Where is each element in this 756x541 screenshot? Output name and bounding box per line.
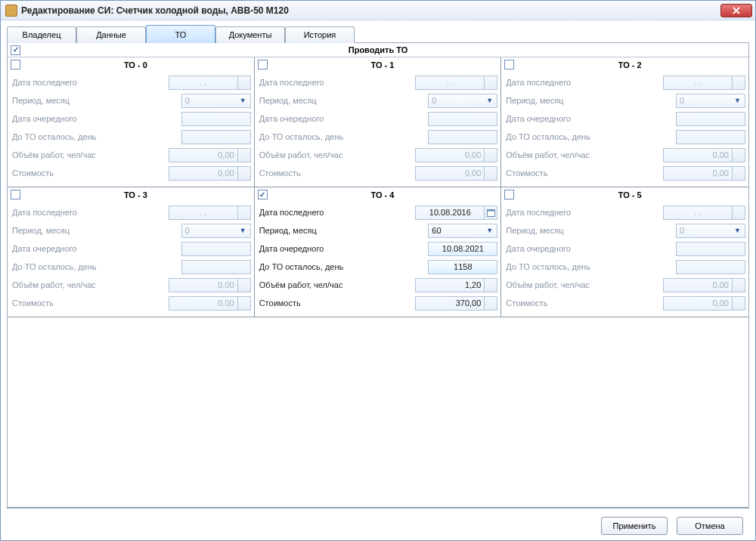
days-left-field — [428, 130, 497, 144]
last-date-field[interactable]: . . — [663, 206, 733, 220]
last-date-field[interactable]: . . — [169, 206, 238, 220]
volume-button[interactable] — [485, 148, 497, 162]
next-date-field — [428, 112, 497, 126]
panel: ✓ Проводить ТО ТО - 0Дата последнего . .… — [7, 42, 749, 509]
label-next-date: Дата очередного — [506, 114, 676, 123]
cost-button[interactable] — [238, 296, 251, 311]
cost-button[interactable] — [485, 166, 497, 181]
cost-field[interactable]: 0,00 — [415, 166, 485, 181]
label-next-date: Дата очередного — [259, 244, 429, 253]
label-next-date: Дата очередного — [12, 244, 181, 253]
date-picker-button[interactable] — [485, 76, 497, 90]
block-head: ТО - 5 — [501, 187, 748, 202]
label-period: Период, месяц — [259, 226, 429, 235]
volume-button[interactable] — [238, 148, 251, 162]
period-select[interactable]: 0▼ — [428, 94, 497, 108]
volume-field[interactable]: 0,00 — [663, 278, 733, 292]
block-head: ТО - 3 — [8, 187, 254, 202]
date-picker-button[interactable] — [733, 206, 745, 220]
block-checkbox[interactable] — [504, 60, 514, 70]
tab-to[interactable]: ТО — [146, 25, 215, 43]
label-volume: Объём работ, чел/час — [506, 280, 663, 289]
apply-button[interactable]: Применить — [601, 517, 668, 535]
block-checkbox[interactable] — [504, 190, 514, 199]
cost-field[interactable]: 0,00 — [169, 296, 238, 311]
block-checkbox[interactable] — [11, 190, 20, 199]
enable-checkbox[interactable]: ✓ — [11, 45, 20, 55]
period-select[interactable]: 0▼ — [181, 224, 251, 238]
volume-field[interactable]: 0,00 — [415, 148, 485, 162]
tab-data[interactable]: Данные — [76, 26, 146, 43]
period-select[interactable]: 60▼ — [428, 224, 497, 238]
volume-field[interactable]: 1,20 — [415, 278, 485, 292]
volume-button[interactable] — [485, 278, 497, 292]
block-head: ✓ТО - 4 — [255, 187, 501, 202]
last-date-field[interactable]: . . — [169, 76, 238, 90]
label-period: Период, месяц — [12, 226, 181, 235]
enable-row: ✓ Проводить ТО — [8, 43, 748, 57]
close-button[interactable] — [720, 4, 752, 17]
label-period: Период, месяц — [259, 96, 429, 105]
date-picker-button[interactable] — [238, 206, 251, 220]
days-left-field: 1158 — [428, 260, 497, 274]
block-title: ТО - 2 — [514, 60, 745, 70]
cost-button[interactable] — [485, 296, 497, 311]
label-cost: Стоимость — [259, 168, 416, 178]
date-picker-button[interactable] — [733, 76, 745, 90]
cost-button[interactable] — [733, 296, 745, 311]
last-date-field[interactable]: . . — [415, 76, 485, 90]
blocks-grid: ТО - 0Дата последнего . . Период, месяц0… — [8, 57, 748, 317]
label-last-date: Дата последнего — [12, 208, 169, 217]
volume-button[interactable] — [733, 148, 745, 162]
block-title: ТО - 4 — [268, 190, 498, 199]
label-cost: Стоимость — [12, 168, 169, 178]
cost-field[interactable]: 0,00 — [663, 296, 733, 311]
tab-history[interactable]: История — [285, 26, 355, 43]
date-picker-button[interactable] — [485, 206, 497, 220]
block-checkbox[interactable] — [258, 60, 268, 70]
label-volume: Объём работ, чел/час — [259, 150, 416, 159]
label-next-date: Дата очередного — [259, 114, 429, 123]
cost-field[interactable]: 0,00 — [169, 166, 238, 181]
days-left-field — [181, 260, 251, 274]
window-title: Редактирование СИ: Счетчик холодной воды… — [21, 5, 289, 16]
last-date-field[interactable]: 10.08.2016 — [415, 206, 485, 220]
dropdown-icon: ▼ — [237, 227, 249, 234]
label-next-date: Дата очередного — [506, 244, 676, 253]
label-days-left: До ТО осталось, день — [12, 132, 181, 141]
volume-field[interactable]: 0,00 — [663, 148, 733, 162]
volume-button[interactable] — [238, 278, 251, 292]
cancel-button[interactable]: Отмена — [677, 517, 743, 535]
cost-button[interactable] — [238, 166, 251, 181]
volume-field[interactable]: 0,00 — [169, 278, 238, 292]
volume-field[interactable]: 0,00 — [169, 148, 238, 162]
date-picker-button[interactable] — [238, 76, 251, 90]
block-4: ✓ТО - 4Дата последнего10.08.2016Период, … — [255, 187, 502, 317]
block-checkbox[interactable] — [11, 60, 20, 70]
next-date-field: 10.08.2021 — [428, 242, 497, 256]
content-area: Владелец Данные ТО Документы История ✓ П… — [1, 20, 755, 512]
label-next-date: Дата очередного — [12, 114, 181, 123]
block-head: ТО - 1 — [255, 57, 501, 72]
tab-owner[interactable]: Владелец — [7, 26, 76, 43]
block-checkbox[interactable]: ✓ — [258, 190, 268, 199]
period-select[interactable]: 0▼ — [676, 94, 745, 108]
cost-button[interactable] — [733, 166, 745, 181]
last-date-field[interactable]: . . — [663, 76, 733, 90]
cost-field[interactable]: 370,00 — [415, 296, 485, 311]
block-title: ТО - 0 — [20, 60, 251, 70]
svg-rect-1 — [487, 209, 494, 211]
label-cost: Стоимость — [259, 298, 416, 308]
tab-docs[interactable]: Документы — [215, 26, 285, 43]
period-select[interactable]: 0▼ — [676, 224, 745, 238]
label-last-date: Дата последнего — [12, 78, 169, 87]
period-select[interactable]: 0▼ — [181, 94, 251, 108]
label-last-date: Дата последнего — [259, 208, 416, 217]
cost-field[interactable]: 0,00 — [663, 166, 733, 181]
block-title: ТО - 1 — [268, 60, 498, 70]
dropdown-icon: ▼ — [484, 227, 495, 234]
label-volume: Объём работ, чел/час — [12, 150, 169, 159]
volume-button[interactable] — [733, 278, 745, 292]
label-volume: Объём работ, чел/час — [12, 280, 169, 289]
label-volume: Объём работ, чел/час — [506, 150, 663, 159]
